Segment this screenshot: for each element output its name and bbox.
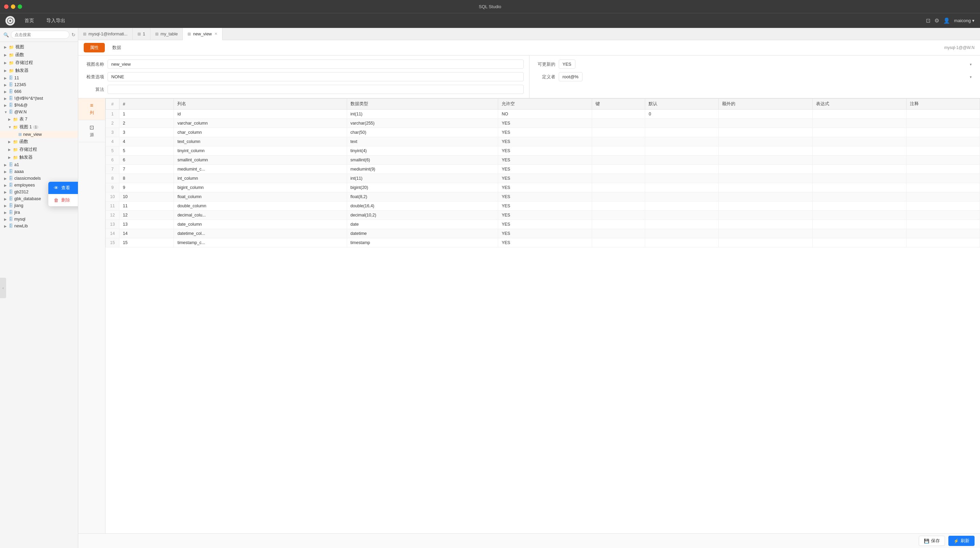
form-select-definer[interactable]: root@% xyxy=(559,72,582,81)
cell-extra-4 xyxy=(719,147,813,156)
maximize-button[interactable] xyxy=(18,5,22,9)
form-input-view-name[interactable] xyxy=(108,60,524,69)
table-row[interactable]: 11idint(11)NO0 xyxy=(106,110,980,119)
toolbar-tab-data[interactable]: 数据 xyxy=(106,43,127,53)
view-icon: ⊞ xyxy=(18,132,22,137)
sidebar-item-函数[interactable]: ▶📁函数 xyxy=(0,51,78,59)
tab-mysql-1[interactable]: ⊞mysql-1@informati... xyxy=(78,28,133,40)
sidebar-item-mysql[interactable]: ▶🗄mysql xyxy=(0,216,78,223)
sidebar-item-触发器2[interactable]: ▶📁触发器 xyxy=(0,153,78,161)
table-row[interactable]: 88int_columnint(11)YES xyxy=(106,174,980,183)
table-row[interactable]: 1414datetime_col...datetimeYES xyxy=(106,229,980,238)
sidebar-item-a1[interactable]: ▶🗄a1 xyxy=(0,161,78,168)
cell-rownum-9: 10 xyxy=(106,192,119,201)
minimize-button[interactable] xyxy=(11,5,15,9)
sidebar-item-12345[interactable]: ▶🗄12345 xyxy=(0,81,78,88)
sidebar-item-classicmodels[interactable]: ▶🗄classicmodels xyxy=(0,175,78,182)
context-menu-item-view[interactable]: 👁查看 xyxy=(48,182,78,194)
cell-key-0 xyxy=(592,110,645,119)
tab-new_view[interactable]: ⊞new_view✕ xyxy=(183,28,223,40)
table-row[interactable]: 33char_columnchar(50)YES xyxy=(106,128,980,137)
tree-item-label: a1 xyxy=(14,162,19,167)
sidebar-item-newLib[interactable]: ▶🗄newLib xyxy=(0,223,78,229)
sidebar-item-@W.N[interactable]: ▼🗄@W.N xyxy=(0,108,78,115)
sidebar-item-表7[interactable]: ▶📁表 7 xyxy=(0,115,78,123)
table-row[interactable]: 66smallint_columnsmallint(6)YES xyxy=(106,156,980,165)
form-label-check-option: 检查选项 xyxy=(84,74,104,80)
cell-key-5 xyxy=(592,156,645,165)
table-row[interactable]: 22varchar_columnvarchar(255)YES xyxy=(106,119,980,128)
sidebar-item-11[interactable]: ▶🗄11 xyxy=(0,75,78,81)
db-icon: 🗄 xyxy=(9,110,13,115)
form-input-check-option[interactable] xyxy=(108,72,524,81)
sidebar-item-jira[interactable]: ▶🗄jira xyxy=(0,209,78,216)
refresh-icon[interactable]: ↻ xyxy=(72,32,76,37)
table-row[interactable]: 1111double_columndouble(16,4)YES xyxy=(106,201,980,211)
cell-comment-4 xyxy=(906,147,980,156)
form-input-algorithm[interactable] xyxy=(108,85,524,94)
sidebar-item-视图[interactable]: ▶📁视图 xyxy=(0,43,78,51)
table-sidebar-item-source[interactable]: ⊡源 xyxy=(78,120,105,142)
user-name[interactable]: maicong ▾ xyxy=(954,18,975,23)
table-row[interactable]: 1212decimal_colu...decimal(10,2)YES xyxy=(106,211,980,220)
toolbar-tab-attr[interactable]: 属性 xyxy=(84,43,105,53)
cell-col_name-9: float_column xyxy=(174,192,347,201)
sidebar-collapse-button[interactable]: ‹ xyxy=(0,278,6,298)
close-button[interactable] xyxy=(4,5,8,9)
db-icon: 🗄 xyxy=(9,76,13,80)
cell-expression-4 xyxy=(813,147,907,156)
db-icon: 🗄 xyxy=(9,183,13,188)
table-row[interactable]: 1515timestamp_c...timestampYES xyxy=(106,238,980,247)
cell-extra-1 xyxy=(719,119,813,128)
tab-my_table[interactable]: ⊞my_table xyxy=(150,28,183,40)
form-row-algorithm: 算法 xyxy=(84,85,524,94)
cell-expression-1 xyxy=(813,119,907,128)
sidebar-item-函数2[interactable]: ▶📁函数 xyxy=(0,138,78,146)
cell-rownum-14: 15 xyxy=(106,238,119,247)
context-menu-item-delete[interactable]: 🗑删除 xyxy=(48,194,78,206)
table-sidebar-item-list[interactable]: ≡列 xyxy=(78,98,105,120)
db-icon: 🗄 xyxy=(9,224,13,228)
sidebar-item-存储过程2[interactable]: ▶📁存储过程 xyxy=(0,146,78,153)
save-button[interactable]: 💾 保存 xyxy=(919,536,945,546)
form-select-updatable[interactable]: YES NO xyxy=(559,60,576,69)
cell-key-11 xyxy=(592,211,645,220)
tree-item-label: aaaa xyxy=(14,169,24,174)
table-row[interactable]: 44text_columntextYES xyxy=(106,137,980,147)
tab-close-new_view[interactable]: ✕ xyxy=(215,32,218,36)
sidebar-item-aaaa[interactable]: ▶🗄aaaa xyxy=(0,168,78,175)
sidebar-item-视图1[interactable]: ▼📁视图 11 xyxy=(0,123,78,131)
sidebar-item-触发器[interactable]: ▶📁触发器 xyxy=(0,67,78,75)
col-header-额外的: 额外的 xyxy=(719,99,813,110)
data-table-wrap[interactable]: ##列名数据类型允许空键默认额外的表达式注释11idint(11)NO022va… xyxy=(105,98,980,534)
sidebar-item-666[interactable]: ▶🗄666 xyxy=(0,88,78,95)
cell-default_val-0: 0 xyxy=(645,110,719,119)
table-row[interactable]: 55tinyint_columntinyint(4)YES xyxy=(106,147,980,156)
search-input[interactable] xyxy=(11,30,69,39)
tab-1[interactable]: ⊞1 xyxy=(133,28,150,40)
cell-key-1 xyxy=(592,119,645,128)
user-icon[interactable]: 👤 xyxy=(943,18,950,24)
ctx-label-delete: 删除 xyxy=(61,197,70,203)
cell-key-3 xyxy=(592,137,645,147)
sidebar-item-存储过程[interactable]: ▶📁存储过程 xyxy=(0,59,78,67)
sidebar-item-!@#$%^&*(test[interactable]: ▶🗄!@#$%^&*(test xyxy=(0,95,78,102)
table-row[interactable]: 99bigint_columnbigint(20)YES xyxy=(106,183,980,192)
table-row[interactable]: 1010float_columnfloat(8,2)YES xyxy=(106,192,980,201)
table-row[interactable]: 1313date_columndateYES xyxy=(106,220,980,229)
nav-home[interactable]: 首页 xyxy=(22,16,37,25)
table-row[interactable]: 77mediumint_c...mediumint(9)YES xyxy=(106,165,980,174)
cell-key-8 xyxy=(592,183,645,192)
cell-comment-5 xyxy=(906,156,980,165)
sidebar-item-$%&@[interactable]: ▶🗄$%&@ xyxy=(0,102,78,108)
refresh-button[interactable]: ⚡ 刷新 xyxy=(948,536,975,546)
cell-col_name-3: text_column xyxy=(174,137,347,147)
settings-icon[interactable]: ⚙ xyxy=(934,18,939,24)
tree-item-label: newLib xyxy=(14,224,28,228)
nav-import-export[interactable]: 导入导出 xyxy=(43,16,68,25)
cell-expression-5 xyxy=(813,156,907,165)
form-label-view-name: 视图名称 xyxy=(84,61,104,67)
translate-icon[interactable]: ⊡ xyxy=(926,18,930,24)
tree-item-label: @W.N xyxy=(14,110,27,115)
sidebar-item-new_view[interactable]: ⊞new_view xyxy=(0,131,78,138)
